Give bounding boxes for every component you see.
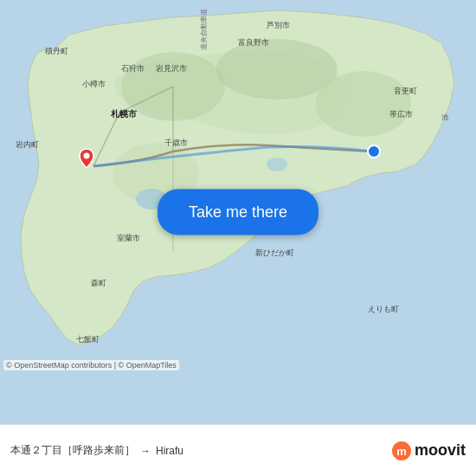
moovit-text: moovit bbox=[415, 441, 466, 460]
svg-point-25 bbox=[84, 153, 90, 159]
button-overlay: Take me there bbox=[158, 190, 318, 235]
svg-point-2 bbox=[216, 39, 338, 100]
svg-text:富良野市: 富良野市 bbox=[238, 38, 269, 47]
svg-point-6 bbox=[267, 158, 287, 171]
svg-text:m: m bbox=[396, 445, 407, 458]
svg-text:七飯町: 七飯町 bbox=[76, 335, 100, 344]
svg-text:道央自動車道: 道央自動車道 bbox=[200, 9, 208, 50]
take-me-there-button[interactable]: Take me there bbox=[158, 190, 318, 235]
svg-text:芦別市: 芦別市 bbox=[267, 21, 290, 29]
moovit-logo-icon: m bbox=[392, 441, 411, 460]
svg-text:千歳市: 千歳市 bbox=[164, 138, 188, 147]
svg-text:札幌市: 札幌市 bbox=[110, 109, 138, 119]
svg-text:森町: 森町 bbox=[91, 279, 106, 287]
svg-text:新ひだか町: 新ひだか町 bbox=[255, 248, 294, 257]
svg-text:石狩市: 石狩市 bbox=[121, 64, 145, 73]
svg-text:えりも町: えりも町 bbox=[368, 305, 399, 313]
svg-text:室蘭市: 室蘭市 bbox=[117, 234, 140, 242]
svg-text:岩見沢市: 岩見沢市 bbox=[156, 64, 187, 73]
svg-text:小樽市: 小樽市 bbox=[82, 80, 106, 88]
origin-label: 本通２丁目［呼路歩来前］ bbox=[10, 443, 135, 458]
destination-label: Hirafu bbox=[156, 445, 183, 457]
footer: 本通２丁目［呼路歩来前］ → Hirafu m moovit bbox=[0, 424, 476, 476]
svg-point-26 bbox=[368, 145, 380, 158]
svg-text:池: 池 bbox=[441, 113, 448, 121]
moovit-logo: m moovit bbox=[392, 441, 466, 460]
svg-text:積丹町: 積丹町 bbox=[45, 47, 68, 55]
map-attribution: © OpenStreetMap contributors | © OpenMap… bbox=[3, 360, 179, 370]
svg-text:岩内町: 岩内町 bbox=[16, 140, 39, 149]
svg-point-3 bbox=[316, 71, 411, 137]
svg-text:帯広市: 帯広市 bbox=[389, 110, 413, 119]
route-arrow: → bbox=[140, 445, 151, 457]
map-container: 積丹町 岩内町 小樽市 石狩市 岩見沢市 富良野市 芦別市 音更町 帯広市 池 … bbox=[0, 0, 476, 424]
route-info: 本通２丁目［呼路歩来前］ → Hirafu bbox=[10, 443, 392, 458]
svg-text:音更町: 音更町 bbox=[394, 87, 417, 95]
